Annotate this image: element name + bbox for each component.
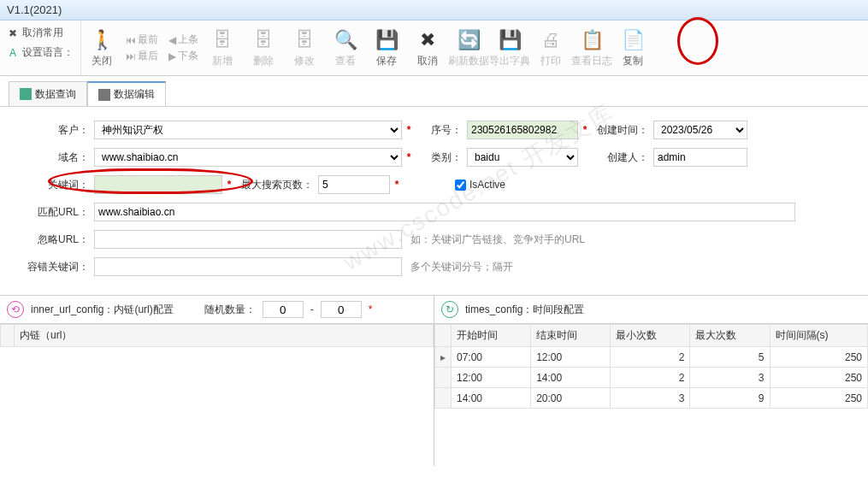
table-row[interactable]: ▸ 07:00 12:00 2 5 250	[435, 347, 868, 368]
match-url-field[interactable]	[94, 203, 795, 221]
nav-first-label[interactable]: 最前	[138, 32, 158, 47]
add-button[interactable]: 🗄 新增	[202, 24, 243, 72]
row-indicator	[435, 388, 452, 409]
cell-min[interactable]: 3	[611, 388, 690, 409]
created-time-label: 创建时间：	[592, 123, 653, 138]
prev-icon[interactable]: ◀	[168, 34, 176, 46]
row-indicator-col	[1, 325, 15, 347]
link-icon: ⟲	[7, 301, 24, 318]
set-language-label: 设置语言：	[22, 45, 74, 60]
cell-min[interactable]: 2	[611, 368, 690, 388]
cancel-x-icon: ✖	[416, 28, 440, 52]
req: *	[402, 151, 416, 163]
view-log-button[interactable]: 📋 查看日志	[571, 24, 612, 72]
ignore-url-field[interactable]	[94, 230, 402, 249]
fault-kw-field[interactable]	[94, 257, 402, 276]
customer-select[interactable]: 神州知识产权	[94, 121, 402, 139]
times-panel: ↻ times_config：时间段配置 开始时间 结束时间 最小次数 最大次数…	[434, 296, 868, 466]
table-row[interactable]: 14:00 20:00 3 9 250	[435, 388, 868, 409]
cell-end[interactable]: 14:00	[531, 368, 611, 388]
req: *	[402, 124, 416, 136]
edit-icon	[98, 89, 110, 101]
cell-interval[interactable]: 250	[770, 368, 868, 388]
ignore-url-hint: 如：关键词广告链接、竞争对手的URL	[410, 233, 585, 247]
random-label: 随机数量：	[204, 303, 256, 317]
tab-edit-label: 数据编辑	[114, 87, 155, 102]
seq-field[interactable]	[467, 121, 578, 139]
cell-max[interactable]: 3	[690, 368, 770, 388]
random-max[interactable]	[321, 301, 362, 318]
refresh-icon: 🔄	[457, 28, 481, 52]
category-select[interactable]: baidu	[467, 148, 578, 167]
row-indicator-col	[435, 325, 452, 347]
cell-start[interactable]: 14:00	[452, 388, 531, 409]
created-time-field[interactable]: 2023/05/26	[653, 121, 747, 139]
export-dict-button[interactable]: 💾 导出字典	[489, 24, 530, 72]
domain-select[interactable]: www.shaibiao.cn	[94, 148, 402, 167]
small-tools: ✖ 取消常用 A 设置语言：	[0, 21, 81, 75]
print-button[interactable]: 🖨 打印	[530, 24, 571, 72]
tab-data-query[interactable]: 数据查询	[9, 81, 87, 106]
export-icon: 💾	[498, 28, 522, 52]
edit-button[interactable]: 🗄 修改	[284, 24, 325, 72]
cell-interval[interactable]: 250	[770, 388, 868, 409]
tab-data-edit[interactable]: 数据编辑	[87, 81, 166, 106]
copy-icon: 📄	[621, 28, 645, 52]
cell-min[interactable]: 2	[611, 347, 690, 368]
cell-max[interactable]: 5	[690, 347, 770, 368]
req: *	[578, 124, 592, 136]
col-min[interactable]: 最小次数	[611, 325, 690, 347]
cell-interval[interactable]: 250	[770, 347, 868, 368]
col-interval[interactable]: 时间间隔(s)	[770, 325, 868, 347]
copy-button[interactable]: 📄 复制	[612, 24, 653, 72]
dash: -	[310, 303, 314, 315]
created-by-field[interactable]	[653, 148, 747, 167]
set-language-button[interactable]: A 设置语言：	[7, 45, 74, 60]
cancel-common-button[interactable]: ✖ 取消常用	[7, 26, 74, 40]
category-label: 类别：	[416, 150, 467, 165]
cell-end[interactable]: 20:00	[531, 388, 611, 409]
nav-group: ⏮ 最前 ◀ 上条 ⏭ 最后 ▶ 下条	[122, 27, 202, 68]
delete-button[interactable]: 🗄 删除	[243, 24, 284, 72]
inner-url-panel: ⟲ inner_url_config：内链(url)配置 随机数量： - * 内…	[0, 296, 434, 466]
refresh-button[interactable]: 🔄 刷新数据	[448, 24, 489, 72]
svg-rect-0	[20, 88, 32, 100]
nav-last-label[interactable]: 最后	[138, 49, 158, 63]
tab-query-label: 数据查询	[35, 87, 76, 102]
nav-next-label[interactable]: 下条	[178, 49, 198, 63]
svg-rect-1	[98, 89, 110, 101]
close-button[interactable]: 🚶 关闭	[81, 24, 122, 72]
tabs: 数据查询 数据编辑	[0, 76, 868, 107]
cell-end[interactable]: 12:00	[531, 347, 611, 368]
times-grid[interactable]: 开始时间 结束时间 最小次数 最大次数 时间间隔(s) ▸ 07:00 12:0…	[434, 324, 868, 466]
col-end[interactable]: 结束时间	[531, 325, 611, 347]
view-button[interactable]: 🔍 查看	[325, 24, 366, 72]
db-edit-icon: 🗄	[292, 28, 316, 52]
next-icon[interactable]: ▶	[168, 50, 176, 62]
clock-icon: ↻	[441, 301, 458, 318]
cell-max[interactable]: 9	[690, 388, 770, 409]
col-max[interactable]: 最大次数	[690, 325, 770, 347]
col-start[interactable]: 开始时间	[452, 325, 531, 347]
isactive-input[interactable]	[455, 180, 466, 191]
last-icon[interactable]: ⏭	[126, 50, 136, 62]
random-min[interactable]	[263, 301, 304, 318]
save-button[interactable]: 💾 保存	[366, 24, 407, 72]
first-icon[interactable]: ⏮	[126, 34, 136, 46]
customer-label: 客户：	[15, 123, 94, 138]
max-pages-field[interactable]	[318, 175, 390, 194]
match-url-label: 匹配URL：	[15, 205, 94, 220]
nav-prev-label[interactable]: 上条	[178, 32, 198, 47]
ignore-url-label: 忽略URL：	[15, 233, 94, 247]
isactive-label: IsActive	[469, 179, 505, 191]
keyword-field[interactable]	[94, 175, 222, 194]
language-icon: A	[7, 47, 19, 59]
table-row[interactable]: 12:00 14:00 2 3 250	[435, 368, 868, 388]
cell-start[interactable]: 12:00	[452, 368, 531, 388]
db-delete-icon: 🗄	[251, 28, 275, 52]
cell-start[interactable]: 07:00	[452, 347, 531, 368]
inner-url-grid[interactable]: 内链（url）	[0, 324, 434, 466]
cancel-button[interactable]: ✖ 取消	[407, 24, 448, 72]
isactive-checkbox[interactable]: IsActive	[455, 179, 505, 191]
col-url[interactable]: 内链（url）	[15, 325, 434, 347]
